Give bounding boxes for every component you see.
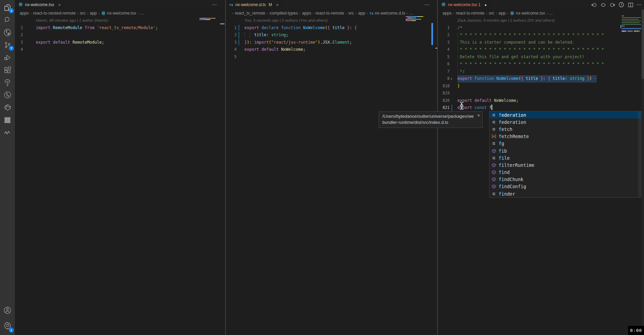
split-editor-icon[interactable] [627,2,634,8]
code-line[interactable]: 4 [15,46,225,53]
git-assistant-icon[interactable] [0,26,15,39]
breadcrumb-item[interactable]: src [348,11,354,16]
code-line[interactable]: 3export default RemoteModule; [15,39,225,46]
source-control-icon[interactable]: 7 [0,39,15,51]
code-line[interactable]: 5 Delete this file and get started with … [438,53,644,61]
more-actions-icon[interactable]: ⋯ [424,2,430,8]
code-line[interactable]: 7 */ [438,68,644,75]
breadcrumb-item[interactable]: ... [410,11,413,16]
line-number[interactable]: 3 [15,39,23,46]
breadcrumb-item[interactable]: apps [443,11,452,16]
breadcrumb-item[interactable]: TSnx-welcome.d.ts [369,11,405,16]
module-federation-icon[interactable] [0,126,15,139]
suggestion-item[interactable]: fg [490,140,641,147]
close-tab-icon[interactable]: × [58,2,61,7]
line-number[interactable]: 7 [438,68,450,75]
breadcrumb-item[interactable]: src [80,11,86,16]
settings-gear-icon[interactable]: 1 [0,317,15,333]
line-number[interactable]: 4 [15,46,23,53]
line-number[interactable]: 4 [438,46,450,53]
code-line[interactable]: 4export default NxWelcome; [226,46,437,53]
line-number[interactable]: 3 [438,39,450,46]
code-line[interactable]: 2 * * * * * * * * * * * * * * * * * * * … [438,31,644,39]
suggestion-item[interactable]: federation [490,118,641,126]
line-number[interactable]: 2 [15,31,23,39]
line-number[interactable]: 2 [226,31,237,39]
code-line[interactable]: 5 [226,53,437,61]
breadcrumb-item[interactable]: app [358,11,365,16]
code-line[interactable]: 6 * * * * * * * * * * * * * * * * * * * … [438,61,644,68]
line-number[interactable]: 1 [226,24,237,32]
suggestion-item[interactable]: file [490,154,641,161]
unsaved-changes-dot[interactable]: ● [485,3,487,7]
explorer-icon[interactable]: 1 [0,1,15,14]
tab-nx-welcome-dts[interactable]: TS nx-welcome.d.ts M × [226,0,282,9]
code-line[interactable]: 818} [438,83,644,90]
suggest-scrollbar[interactable] [638,111,641,197]
scrollbar[interactable] [642,9,644,333]
code-line[interactable]: 8export function NxWelcome({ title }: { … [438,75,644,83]
next-change-icon[interactable] [609,2,615,8]
code-line[interactable]: 1import RemoteModule from 'react_ts_remo… [15,24,225,32]
line-number[interactable]: 6 [438,61,450,68]
breadcrumb-item[interactable]: react_ts_remote [235,11,265,16]
breadcrumb-item[interactable]: react-ts-remote [315,11,344,16]
line-number[interactable]: 4 [226,46,237,53]
breadcrumb-item[interactable]: apps [302,11,311,16]
breadcrumb-item[interactable]: app [499,11,506,16]
breadcrumb-item[interactable]: react-ts-remote [456,11,485,16]
minimap[interactable] [199,18,220,21]
code-editor[interactable]: You, 5 seconds ago | 2 authors (You and … [226,17,437,61]
tab-nx-welcome-tsx[interactable]: nx-welcome.tsx × [15,0,64,9]
tooltip-close-icon[interactable]: × [477,113,480,118]
tab-nx-welcome-tsx-1[interactable]: nx-welcome.tsx 1 ● [438,0,490,9]
code-editor[interactable]: Zack Jackson, 9 months ago | 2 authors (… [438,17,644,112]
suggestion-item[interactable]: finder [490,190,641,197]
code-line[interactable]: 3 This is a starter component and can be… [438,39,644,46]
previous-change-icon[interactable] [600,2,606,8]
minimap[interactable] [406,16,427,23]
line-number[interactable]: 1 [438,24,450,32]
more-actions-icon[interactable]: ⋯ [212,2,217,8]
git-graph-icon[interactable] [0,89,15,101]
line-number[interactable]: 820 [438,97,450,105]
line-number[interactable]: 5 [438,53,450,61]
code-line[interactable]: 3}): import("react/jsx-runtime").JSX.Ele… [226,39,437,46]
breadcrumb-item[interactable]: react-ts-nested-remote [33,11,76,16]
breadcrumb-item[interactable]: app [90,11,97,16]
code-line[interactable]: 1/* [438,24,644,32]
todo-tree-icon[interactable] [0,76,15,89]
breadcrumb-item[interactable]: nx-welcome.tsx [510,11,545,16]
suggestion-item[interactable]: federation [490,111,641,118]
breadcrumb-item[interactable]: nx-welcome.tsx [101,11,136,16]
line-number[interactable]: 2 [438,31,450,39]
suggestion-item[interactable]: findConfig [490,183,641,190]
line-number[interactable]: 3 [226,39,237,46]
more-actions-icon[interactable]: ⋯ [637,2,642,8]
code-line[interactable]: 2 [15,31,225,39]
code-line[interactable]: 819 [438,90,644,97]
code-line[interactable]: 4 * * * * * * * * * * * * * * * * * * * … [438,46,644,53]
suggestion-item[interactable]: findChunk [490,176,641,183]
breadcrumb-item[interactable]: ... [549,11,553,16]
navigate-back-icon[interactable] [591,2,597,8]
line-number[interactable]: 821 [438,104,450,112]
suggestion-item[interactable]: fetchRemote [490,133,641,140]
breadcrumb-item[interactable]: compiled-types [269,11,298,16]
suggestion-item[interactable]: fetch [490,126,641,133]
line-number[interactable]: 818 [438,83,450,90]
code-line[interactable]: 2 title: string; [226,31,437,39]
nx-console-icon[interactable] [0,101,15,114]
breadcrumb-item[interactable]: src [489,11,495,16]
breadcrumb-item[interactable]: ... [140,11,144,16]
line-number[interactable]: 819 [438,90,450,97]
code-editor[interactable]: Hanric, 48 minutes ago | 1 author (Hanri… [15,17,225,53]
code-line[interactable]: 1export declare function NxWelcome({ tit… [226,24,437,32]
search-icon[interactable] [0,14,15,26]
close-tab-icon[interactable]: × [276,2,279,7]
line-number[interactable]: 5 [226,53,237,61]
accounts-icon[interactable] [0,303,15,317]
breadcrumb-item[interactable]: apps [20,11,29,16]
suggestion-item[interactable]: find [490,169,641,176]
file-history-icon[interactable] [618,2,624,8]
